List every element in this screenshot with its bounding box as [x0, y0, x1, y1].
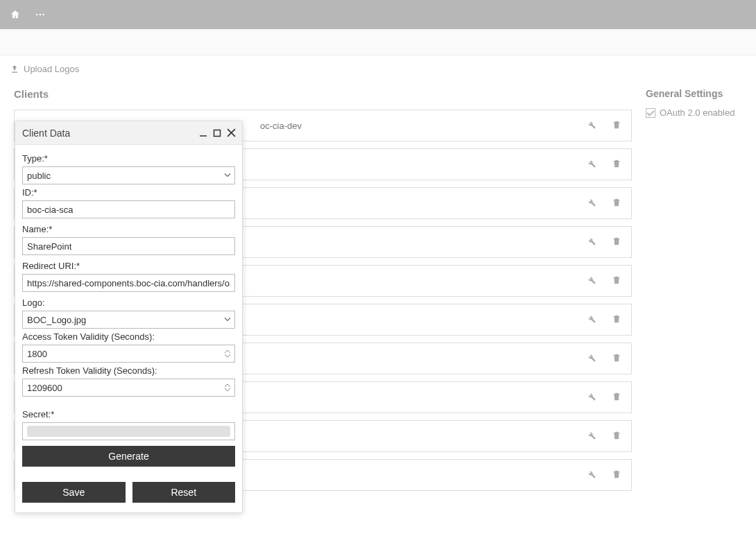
wrench-icon[interactable]: [586, 469, 596, 481]
trash-icon[interactable]: [612, 314, 621, 326]
trash-icon[interactable]: [612, 353, 621, 365]
redirect-uri-label: Redirect URI:*: [22, 261, 235, 271]
save-button[interactable]: Save: [22, 482, 126, 503]
svg-point-0: [36, 14, 38, 16]
type-select[interactable]: [22, 166, 235, 184]
trash-icon[interactable]: [612, 236, 621, 248]
access-token-label: Access Token Validity (Seconds):: [22, 331, 235, 342]
access-token-input[interactable]: [22, 345, 235, 363]
wrench-icon[interactable]: [586, 430, 596, 442]
maximize-icon[interactable]: [212, 128, 223, 139]
general-settings-heading: General Settings: [646, 88, 746, 99]
close-icon[interactable]: [225, 128, 237, 139]
modal-body: Type:* ID:* Name:* Redirect URI:* Logo: …: [15, 145, 242, 512]
home-icon[interactable]: [10, 9, 21, 20]
id-label: ID:*: [22, 187, 235, 198]
trash-icon[interactable]: [612, 469, 621, 481]
clients-heading: Clients: [14, 88, 632, 100]
trash-icon[interactable]: [612, 392, 621, 404]
modal-header: Client Data: [15, 121, 242, 145]
oauth-enabled-label: OAuth 2.0 enabled: [660, 107, 734, 118]
name-input[interactable]: [22, 237, 235, 255]
upload-logos-label: Upload Logos: [24, 64, 79, 74]
refresh-token-input[interactable]: [22, 379, 235, 397]
top-bar: [0, 0, 756, 29]
type-label: Type:*: [22, 153, 235, 164]
logo-select[interactable]: [22, 311, 235, 329]
svg-point-1: [40, 14, 42, 16]
more-icon[interactable]: [33, 9, 47, 20]
modal-title: Client Data: [22, 128, 70, 139]
minimize-icon[interactable]: [198, 128, 209, 139]
id-input[interactable]: [22, 200, 235, 218]
wrench-icon[interactable]: [586, 391, 596, 404]
sub-bar: [0, 29, 756, 55]
trash-icon[interactable]: [612, 431, 621, 442]
wrench-icon[interactable]: [586, 275, 596, 287]
logo-label: Logo:: [22, 297, 235, 308]
refresh-token-label: Refresh Token Validity (Seconds):: [22, 365, 235, 376]
svg-point-2: [42, 14, 44, 16]
trash-icon[interactable]: [612, 159, 621, 171]
upload-logos-button[interactable]: Upload Logos: [0, 55, 756, 74]
client-data-modal: Client Data Type:* ID:* Name:* Redirect …: [15, 121, 243, 513]
secret-input[interactable]: [22, 422, 235, 440]
checkbox-icon: [646, 108, 655, 118]
svg-rect-7: [214, 130, 221, 136]
trash-icon[interactable]: [612, 275, 621, 287]
name-label: Name:*: [22, 224, 235, 234]
wrench-icon[interactable]: [586, 119, 596, 132]
wrench-icon[interactable]: [586, 236, 596, 248]
wrench-icon[interactable]: [586, 197, 596, 209]
trash-icon[interactable]: [612, 198, 621, 209]
wrench-icon[interactable]: [586, 158, 596, 171]
reset-button[interactable]: Reset: [132, 482, 236, 503]
wrench-icon[interactable]: [586, 313, 596, 326]
general-settings-column: General Settings OAuth 2.0 enabled: [646, 88, 746, 512]
redirect-uri-input[interactable]: [22, 274, 235, 292]
oauth-enabled-checkbox[interactable]: OAuth 2.0 enabled: [646, 107, 746, 118]
generate-button[interactable]: Generate: [22, 446, 235, 467]
trash-icon[interactable]: [612, 120, 621, 132]
wrench-icon[interactable]: [586, 352, 596, 365]
secret-label: Secret:*: [22, 409, 235, 419]
